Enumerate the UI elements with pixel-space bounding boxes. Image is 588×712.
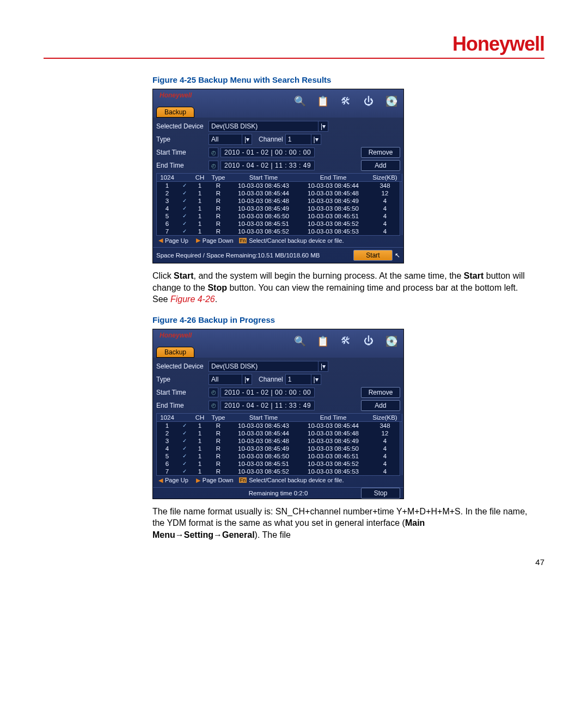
power-icon[interactable]: ⏻ (360, 93, 377, 110)
scrollbar[interactable] (402, 414, 402, 475)
scrollbar[interactable] (402, 174, 402, 235)
paragraph-2: The file name format usually is: SN_CH+c… (152, 506, 528, 541)
remove-button[interactable]: Remove (361, 387, 400, 398)
type-select[interactable]: All |▾ (209, 134, 252, 145)
table-row[interactable]: 4✓1R10-03-03 08:45:4910-03-03 08:45:504 (157, 205, 402, 212)
col-end: End Time (298, 174, 368, 181)
device-value: Dev(USB DISK) (211, 122, 258, 130)
table-row[interactable]: 3✓1R10-03-03 08:45:4810-03-03 08:45:494 (157, 437, 402, 445)
add-button[interactable]: Add (361, 400, 400, 411)
check-icon[interactable]: ✓ (177, 220, 192, 228)
table-body: 1✓1R10-03-03 08:45:4310-03-03 08:45:4434… (157, 182, 402, 235)
stop-button[interactable]: Stop (361, 488, 400, 499)
backup-panel-2: Honeywell Backup 🔍 📋 🛠 ⏻ 💽 Selected Devi… (152, 329, 404, 499)
page-up-label[interactable]: Page Up (165, 477, 188, 483)
end-time-input[interactable]: 2010 - 04 - 02 | 11 : 33 : 49 (220, 401, 315, 410)
settings-icon[interactable]: 🛠 (337, 333, 354, 350)
col-type: Type (208, 174, 229, 181)
tab-backup[interactable]: Backup (156, 107, 194, 118)
figure-2-caption: Figure 4-26 Backup in Progress (152, 315, 528, 324)
label-channel: Channel (259, 376, 283, 383)
check-icon[interactable]: ✓ (177, 437, 192, 445)
table-row[interactable]: 6✓1R10-03-03 08:45:5110-03-03 08:45:524 (157, 460, 402, 468)
device-select[interactable]: Dev(USB DISK) |▾ (209, 361, 328, 372)
table-row[interactable]: 1✓1R10-03-03 08:45:4310-03-03 08:45:4434… (157, 422, 402, 429)
check-icon[interactable]: ✓ (177, 445, 192, 452)
col-total: 1024 (157, 174, 177, 181)
tab-backup[interactable]: Backup (156, 347, 194, 358)
results-table: 1024 CH Type Start Time End Time Size(KB… (156, 413, 400, 476)
channel-select[interactable]: 1 |▾ (285, 374, 321, 385)
channel-select[interactable]: 1 |▾ (285, 134, 321, 145)
check-icon[interactable]: ✓ (177, 422, 192, 429)
search-icon[interactable]: 🔍 (291, 93, 309, 110)
page-number: 47 (44, 557, 544, 567)
start-time-input[interactable]: 2010 - 01 - 02 | 00 : 00 : 00 (220, 388, 315, 397)
clock-icon: ◴ (209, 388, 218, 397)
check-icon[interactable]: ✓ (177, 197, 192, 205)
start-button[interactable]: Start (353, 250, 393, 261)
notes-icon[interactable]: 📋 (314, 93, 332, 110)
table-row[interactable]: 7✓1R10-03-03 08:45:5210-03-03 08:45:534 (157, 468, 402, 475)
type-select[interactable]: All |▾ (209, 374, 252, 385)
page-down-label[interactable]: Page Down (203, 237, 234, 244)
disk-icon[interactable]: 💽 (383, 333, 400, 350)
settings-icon[interactable]: 🛠 (337, 93, 354, 110)
col-total: 1024 (157, 414, 177, 421)
page-up-label[interactable]: Page Up (165, 237, 188, 244)
label-end-time: End Time (156, 162, 206, 169)
type-value: All (211, 376, 218, 383)
dropdown-icon: |▾ (242, 134, 249, 144)
fn-hint: Select/Cancel backup device or file. (249, 237, 344, 244)
page-down-label[interactable]: Page Down (203, 477, 234, 483)
device-select[interactable]: Dev(USB DISK) |▾ (209, 121, 328, 132)
page-up-icon[interactable]: ◀ (158, 477, 163, 484)
table-row[interactable]: 7✓1R10-03-03 08:45:5210-03-03 08:45:534 (157, 228, 402, 235)
table-row[interactable]: 1✓1R10-03-03 08:45:4310-03-03 08:45:4434… (157, 182, 402, 189)
check-icon[interactable]: ✓ (177, 205, 192, 212)
label-device: Selected Device (156, 363, 206, 370)
start-time-input[interactable]: 2010 - 01 - 02 | 00 : 00 : 00 (220, 148, 315, 157)
check-icon[interactable]: ✓ (177, 228, 192, 235)
table-row[interactable]: 6✓1R10-03-03 08:45:5110-03-03 08:45:524 (157, 220, 402, 228)
page-down-icon[interactable]: ▶ (196, 477, 200, 484)
check-icon[interactable]: ✓ (177, 189, 192, 197)
col-size: Size(KB) (368, 414, 402, 421)
col-end: End Time (298, 414, 368, 421)
power-icon[interactable]: ⏻ (360, 333, 377, 350)
page-down-icon[interactable]: ▶ (196, 237, 200, 244)
table-row[interactable]: 5✓1R10-03-03 08:45:5010-03-03 08:45:514 (157, 452, 402, 460)
label-start-time: Start Time (156, 389, 206, 396)
col-type: Type (208, 414, 229, 421)
table-row[interactable]: 2✓1R10-03-03 08:45:4410-03-03 08:45:4812 (157, 189, 402, 197)
table-row[interactable]: 5✓1R10-03-03 08:45:5010-03-03 08:45:514 (157, 212, 402, 220)
type-value: All (211, 136, 218, 143)
check-icon[interactable]: ✓ (177, 468, 192, 475)
results-table: 1024 CH Type Start Time End Time Size(KB… (156, 173, 400, 236)
table-row[interactable]: 4✓1R10-03-03 08:45:4910-03-03 08:45:504 (157, 445, 402, 452)
notes-icon[interactable]: 📋 (314, 333, 332, 350)
col-ch: CH (192, 414, 208, 421)
check-icon[interactable]: ✓ (177, 212, 192, 220)
check-icon[interactable]: ✓ (177, 460, 192, 468)
disk-icon[interactable]: 💽 (383, 93, 400, 110)
label-start-time: Start Time (156, 149, 206, 156)
channel-value: 1 (288, 136, 292, 143)
table-row[interactable]: 2✓1R10-03-03 08:45:4410-03-03 08:45:4812 (157, 429, 402, 437)
end-time-input[interactable]: 2010 - 04 - 02 | 11 : 33 : 49 (220, 161, 315, 170)
clock-icon: ◴ (209, 148, 218, 157)
table-row[interactable]: 3✓1R10-03-03 08:45:4810-03-03 08:45:494 (157, 197, 402, 205)
label-device: Selected Device (156, 122, 206, 130)
check-icon[interactable]: ✓ (177, 182, 192, 189)
label-channel: Channel (259, 136, 283, 143)
label-end-time: End Time (156, 402, 206, 409)
dropdown-icon: |▾ (311, 375, 318, 384)
search-icon[interactable]: 🔍 (291, 333, 309, 350)
check-icon[interactable]: ✓ (177, 429, 192, 437)
remove-button[interactable]: Remove (361, 147, 400, 158)
cursor-icon: ↖ (395, 251, 400, 259)
dropdown-icon: |▾ (318, 361, 326, 371)
add-button[interactable]: Add (361, 160, 400, 171)
page-up-icon[interactable]: ◀ (158, 237, 163, 244)
check-icon[interactable]: ✓ (177, 452, 192, 460)
